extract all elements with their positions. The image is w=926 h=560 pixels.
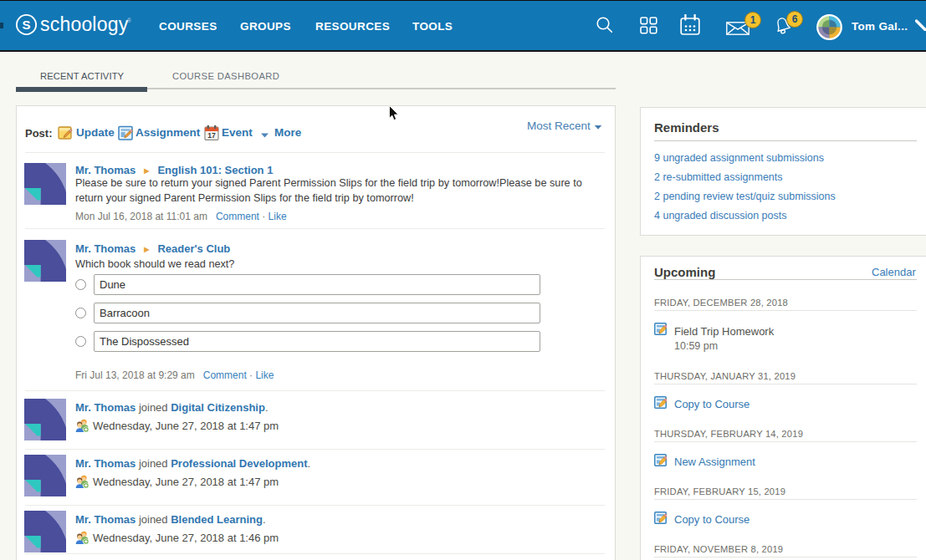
svg-text:17: 17 <box>207 131 216 140</box>
svg-text:S: S <box>23 18 31 32</box>
